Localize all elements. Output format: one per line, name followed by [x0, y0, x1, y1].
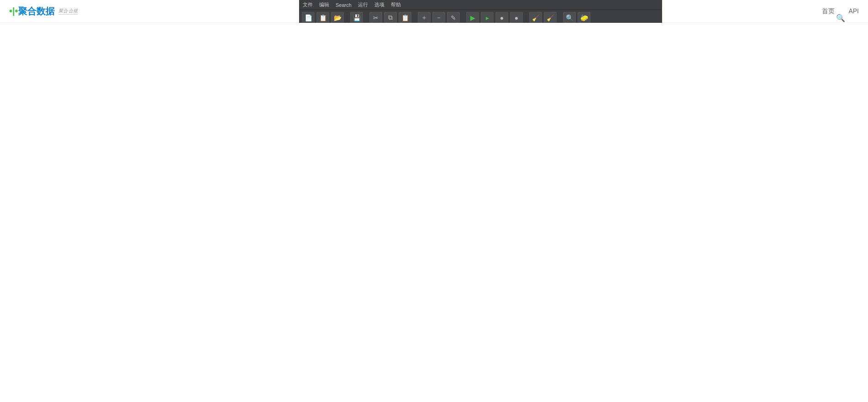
- tb-templates-icon[interactable]: 📋: [316, 12, 329, 23]
- tb-clear-all-icon[interactable]: 🧹: [544, 12, 557, 23]
- tb-paste-icon[interactable]: 📋: [399, 12, 411, 23]
- tb-search-icon[interactable]: 🔍: [563, 12, 576, 23]
- menu-file[interactable]: 文件: [303, 1, 313, 8]
- tb-save-icon[interactable]: 💾: [350, 12, 363, 23]
- tb-shutdown-icon[interactable]: ●: [510, 12, 523, 23]
- tb-cut-icon[interactable]: ✂: [369, 12, 382, 23]
- tb-collapse-icon[interactable]: －: [432, 12, 445, 23]
- tb-copy-icon[interactable]: ⧉: [384, 12, 397, 23]
- search-icon[interactable]: 🔍: [836, 14, 845, 22]
- nav-api[interactable]: API: [848, 7, 859, 16]
- tb-clear-icon[interactable]: 🧹: [529, 12, 542, 23]
- jmeter-menubar: 文件 编辑 Search 运行 选项 帮助: [299, 0, 662, 10]
- logo-dot-icon: •|•: [9, 6, 18, 16]
- menu-edit[interactable]: 编辑: [319, 1, 329, 8]
- tb-start-icon[interactable]: ▶: [466, 12, 479, 23]
- nav-home[interactable]: 首页: [822, 7, 835, 16]
- jmeter-window: 文件 编辑 Search 运行 选项 帮助 📄 📋 📂 💾 ✂ ⧉ 📋 ＋ － …: [299, 0, 662, 23]
- menu-options[interactable]: 选项: [374, 1, 384, 8]
- juhe-logo: •|• 聚合数据 聚合·合规: [9, 5, 78, 17]
- tb-new-icon[interactable]: 📄: [302, 12, 315, 23]
- tb-start-no-timers-icon[interactable]: ▸: [481, 12, 494, 23]
- jmeter-toolbar: 📄 📋 📂 💾 ✂ ⧉ 📋 ＋ － ✎ ▶ ▸ ● ● 🧹 🧹 🔍 🧽: [299, 10, 662, 23]
- tb-expand-icon[interactable]: ＋: [418, 12, 431, 23]
- tb-stop-icon[interactable]: ●: [495, 12, 508, 23]
- logo-tag: 聚合·合规: [58, 8, 78, 15]
- menu-run[interactable]: 运行: [358, 1, 368, 8]
- tb-open-icon[interactable]: 📂: [331, 12, 344, 23]
- menu-help[interactable]: 帮助: [391, 1, 401, 8]
- menu-search[interactable]: Search: [336, 2, 352, 8]
- logo-text: 聚合数据: [18, 5, 55, 17]
- tb-reset-search-icon[interactable]: 🧽: [578, 12, 590, 23]
- tb-toggle-icon[interactable]: ✎: [447, 12, 460, 23]
